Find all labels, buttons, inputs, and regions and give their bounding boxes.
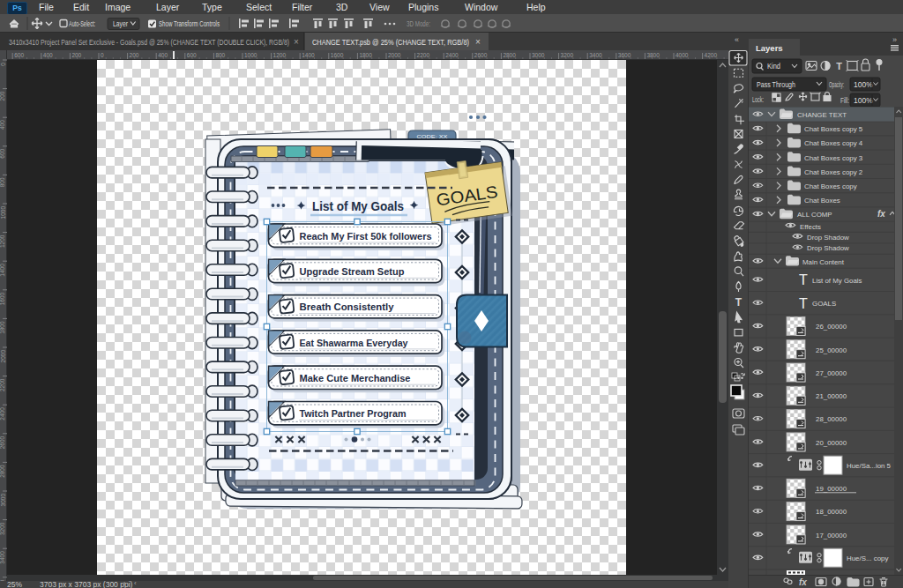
svg-text:28_00000: 28_00000 — [816, 415, 847, 423]
svg-text:1200: 1200 — [0, 234, 6, 248]
svg-text:200: 200 — [130, 52, 139, 58]
svg-text:3600: 3600 — [618, 52, 631, 58]
svg-text:600: 600 — [14, 52, 24, 58]
svg-text:Chat Boxes copy 3: Chat Boxes copy 3 — [804, 154, 863, 162]
svg-text:T: T — [735, 296, 743, 309]
svg-text:0: 0 — [0, 63, 6, 66]
svg-text:Reach My First 50k followers: Reach My First 50k followers — [300, 231, 432, 242]
svg-text:200: 200 — [0, 91, 6, 100]
svg-text:1600: 1600 — [0, 292, 6, 305]
svg-text:1000: 1000 — [0, 206, 6, 220]
svg-text:20_00000: 20_00000 — [816, 439, 847, 447]
svg-text:3000: 3000 — [532, 52, 545, 58]
svg-text:1000: 1000 — [244, 52, 257, 58]
svg-text:100%: 100% — [854, 96, 873, 105]
svg-text:3200: 3200 — [561, 52, 574, 58]
svg-text:1400: 1400 — [0, 264, 6, 277]
svg-text:400: 400 — [158, 52, 168, 58]
svg-text:18_00000: 18_00000 — [816, 508, 847, 516]
svg-text:3410x3410 Project Panel Set Ex: 3410x3410 Project Panel Set Exclusive - … — [9, 38, 289, 47]
svg-text:CHANGE TEXT.psb @ 25% (CHANGE: CHANGE TEXT.psb @ 25% (CHANGE TEXT, RGB/… — [312, 38, 469, 47]
svg-text:Eat Shawarma Everyday: Eat Shawarma Everyday — [300, 338, 409, 348]
svg-text:fx: fx — [877, 209, 885, 219]
svg-text:2800: 2800 — [0, 465, 6, 478]
svg-text:2200: 2200 — [0, 378, 6, 391]
svg-text:3D Mode:: 3D Mode: — [407, 19, 430, 28]
svg-text:Kind: Kind — [767, 62, 780, 71]
svg-text:600: 600 — [0, 148, 6, 158]
svg-text:1600: 1600 — [331, 52, 344, 58]
svg-text:Chat Boxes copy 4: Chat Boxes copy 4 — [804, 139, 863, 147]
svg-text:List of My Goals: List of My Goals — [312, 198, 404, 213]
svg-text:1800: 1800 — [359, 52, 372, 58]
svg-text:2000: 2000 — [388, 52, 401, 58]
svg-text:List of My Goals: List of My Goals — [812, 277, 862, 285]
svg-text:CHANGE TEXT: CHANGE TEXT — [797, 111, 847, 119]
svg-text:Drop Shadow: Drop Shadow — [807, 244, 849, 252]
svg-text:3400: 3400 — [589, 52, 602, 58]
svg-text:T: T — [799, 296, 808, 311]
svg-text:Fill:: Fill: — [840, 96, 849, 105]
svg-text:800: 800 — [0, 177, 6, 187]
svg-text:Hue/Sa...ion 5: Hue/Sa...ion 5 — [847, 462, 892, 470]
svg-text:0: 0 — [101, 52, 104, 58]
svg-text:Lock:: Lock: — [752, 95, 764, 104]
svg-text:3400: 3400 — [0, 551, 6, 564]
svg-text:Hue/S... copy: Hue/S... copy — [847, 555, 888, 562]
svg-text:17_00000: 17_00000 — [816, 532, 847, 540]
svg-text:fx: fx — [799, 577, 807, 587]
svg-text:Drop Shadow: Drop Shadow — [807, 234, 849, 242]
svg-text:T: T — [836, 61, 842, 71]
svg-text:Chat Boxes copy 2: Chat Boxes copy 2 — [804, 168, 862, 176]
svg-text:2600: 2600 — [0, 435, 6, 449]
svg-text:Opacity:: Opacity: — [829, 80, 844, 89]
svg-text:27_00000: 27_00000 — [816, 369, 847, 377]
svg-text:Main Content: Main Content — [802, 258, 845, 266]
svg-text:1200: 1200 — [273, 52, 287, 58]
svg-text:25_00000: 25_00000 — [816, 346, 847, 354]
svg-text:Breath Consistently: Breath Consistently — [300, 301, 395, 312]
svg-text:19_00000: 19_00000 — [816, 485, 847, 493]
svg-text:800: 800 — [215, 52, 225, 58]
svg-text:Upgrade Stream Setup: Upgrade Stream Setup — [300, 266, 405, 277]
svg-text:600: 600 — [187, 52, 197, 58]
svg-text:GOALS: GOALS — [812, 300, 836, 308]
svg-text:4000: 4000 — [675, 52, 689, 58]
svg-text:Chat Boxes copy 5: Chat Boxes copy 5 — [804, 125, 863, 133]
svg-text:Twitch Partner Program: Twitch Partner Program — [300, 408, 407, 419]
svg-text:2400: 2400 — [445, 52, 459, 58]
svg-text:Effects: Effects — [800, 223, 821, 231]
svg-text:2800: 2800 — [503, 52, 516, 58]
svg-text:100%: 100% — [854, 80, 873, 89]
svg-text:3200: 3200 — [0, 522, 6, 535]
svg-text:Chat Boxes: Chat Boxes — [804, 197, 840, 205]
svg-text:2200: 2200 — [417, 52, 430, 58]
svg-text:4200: 4200 — [705, 52, 718, 58]
svg-text:Chat Boxes copy: Chat Boxes copy — [804, 182, 857, 190]
svg-text:400: 400 — [43, 52, 53, 58]
svg-text:200: 200 — [71, 52, 81, 58]
svg-text:CODE: XX: CODE: XX — [417, 134, 448, 139]
svg-text:21_00000: 21_00000 — [816, 392, 847, 400]
svg-text:Pass Through: Pass Through — [757, 80, 795, 89]
svg-text:3800: 3800 — [646, 52, 660, 58]
svg-text:2600: 2600 — [474, 52, 488, 58]
svg-text:2000: 2000 — [0, 350, 6, 363]
svg-text:1800: 1800 — [0, 321, 6, 334]
svg-text:T: T — [799, 272, 808, 287]
svg-text:26_00000: 26_00000 — [816, 323, 847, 331]
svg-text:3000: 3000 — [0, 494, 6, 507]
svg-text:2400: 2400 — [0, 407, 6, 421]
svg-text:1400: 1400 — [302, 52, 315, 58]
svg-text:400: 400 — [0, 120, 6, 130]
svg-text:Make Cute Merchandise: Make Cute Merchandise — [300, 373, 411, 383]
svg-text:ALL COMP: ALL COMP — [797, 211, 832, 219]
